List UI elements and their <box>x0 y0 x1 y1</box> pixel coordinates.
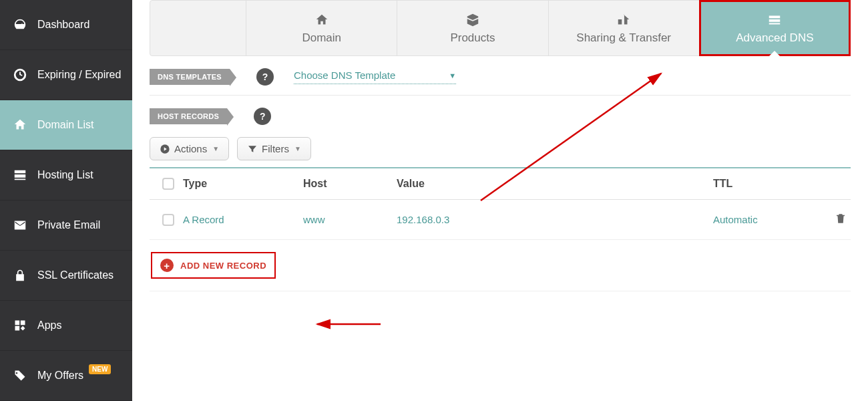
cell-host[interactable]: www <box>303 214 397 225</box>
dns-templates-tag: DNS TEMPLATES <box>150 69 230 85</box>
action-bar: Actions ▼ Filters ▼ <box>150 137 851 160</box>
sidebar-item-domain-list[interactable]: Domain List <box>0 100 132 150</box>
col-header-type: Type <box>183 178 303 190</box>
cell-value[interactable]: 192.168.0.3 <box>397 214 713 225</box>
col-header-ttl: TTL <box>713 178 820 190</box>
chevron-down-icon: ▼ <box>449 72 456 80</box>
cell-ttl[interactable]: Automatic <box>713 214 820 225</box>
share-icon <box>615 13 632 27</box>
sidebar-item-label: Private Email <box>37 219 100 231</box>
tab-label: Domain <box>302 31 341 44</box>
tab-label: Sharing & Transfer <box>576 31 671 44</box>
sidebar: Dashboard Expiring / Expired Domain List… <box>0 0 132 401</box>
cell-type[interactable]: A Record <box>183 214 303 225</box>
sidebar-item-dashboard[interactable]: Dashboard <box>0 0 132 50</box>
sidebar-item-private-email[interactable]: Private Email <box>0 200 132 251</box>
col-header-host: Host <box>303 178 397 190</box>
tab-domain[interactable]: Domain <box>246 1 397 55</box>
host-records-section: HOST RECORDS ? <box>150 108 851 125</box>
sidebar-item-label: Hosting List <box>37 169 93 181</box>
tab-label: Advanced DNS <box>736 31 813 44</box>
sidebar-item-label: SSL Certificates <box>37 269 114 281</box>
home-icon <box>11 118 29 132</box>
dashboard-icon <box>11 17 29 32</box>
filters-button[interactable]: Filters ▼ <box>237 137 311 160</box>
row-checkbox[interactable] <box>162 214 174 226</box>
dropdown-label: Choose DNS Template <box>294 70 395 81</box>
tab-spacer <box>150 1 246 55</box>
tab-products[interactable]: Products <box>397 1 548 55</box>
tab-sharing-transfer[interactable]: Sharing & Transfer <box>549 1 700 55</box>
chevron-down-icon: ▼ <box>212 145 219 152</box>
button-label: Actions <box>174 143 207 154</box>
clock-icon <box>11 68 29 82</box>
sidebar-item-label: Domain List <box>37 119 93 131</box>
sidebar-item-label: Expiring / Expired <box>37 69 121 81</box>
sidebar-item-ssl[interactable]: SSL Certificates <box>0 251 132 301</box>
filter-icon <box>247 144 258 154</box>
mail-icon <box>11 218 29 233</box>
select-all-checkbox[interactable] <box>162 178 174 190</box>
sidebar-item-hosting-list[interactable]: Hosting List <box>0 150 132 200</box>
add-new-record-button[interactable]: + ADD NEW RECORD <box>154 255 273 276</box>
apps-icon <box>11 319 29 332</box>
host-records-tag: HOST RECORDS <box>150 108 227 124</box>
add-record-row: + ADD NEW RECORD <box>150 240 851 291</box>
table-row: A Record www 192.168.0.3 Automatic <box>150 200 851 240</box>
col-header-value: Value <box>397 178 713 190</box>
sidebar-item-label: Dashboard <box>37 19 89 31</box>
dns-templates-section: DNS TEMPLATES ? Choose DNS Template ▼ <box>150 68 851 86</box>
server-icon <box>11 168 29 182</box>
sidebar-item-label: My Offers <box>37 370 83 382</box>
divider <box>150 95 851 96</box>
help-icon[interactable]: ? <box>256 68 274 86</box>
play-circle-icon <box>160 144 170 154</box>
trash-icon[interactable] <box>835 212 847 225</box>
sidebar-item-label: Apps <box>37 319 61 331</box>
plus-icon: + <box>160 259 174 272</box>
box-icon <box>465 13 481 27</box>
button-label: ADD NEW RECORD <box>180 261 266 271</box>
sidebar-item-apps[interactable]: Apps <box>0 301 132 351</box>
server-stack-icon <box>766 13 783 27</box>
sidebar-item-expiring[interactable]: Expiring / Expired <box>0 50 132 100</box>
new-badge: NEW <box>89 364 111 374</box>
tab-label: Products <box>450 31 495 44</box>
dns-template-dropdown[interactable]: Choose DNS Template ▼ <box>294 70 456 84</box>
button-label: Filters <box>262 143 289 154</box>
tag-icon <box>11 369 29 382</box>
domain-tabs: Domain Products Sharing & Transfer Advan… <box>150 0 851 56</box>
sidebar-item-my-offers[interactable]: My Offers NEW <box>0 351 132 401</box>
home-icon <box>314 13 330 27</box>
records-header: Type Host Value TTL <box>150 168 851 200</box>
chevron-down-icon: ▼ <box>294 145 301 152</box>
main-content: Domain Products Sharing & Transfer Advan… <box>132 0 868 401</box>
help-icon[interactable]: ? <box>254 108 271 125</box>
actions-button[interactable]: Actions ▼ <box>150 137 229 160</box>
lock-icon <box>11 268 29 283</box>
tab-advanced-dns[interactable]: Advanced DNS <box>700 1 850 55</box>
